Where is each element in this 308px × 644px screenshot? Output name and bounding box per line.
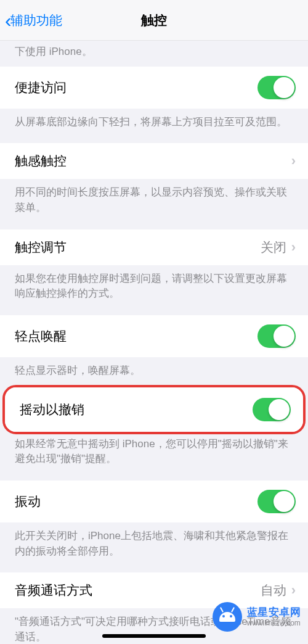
vibration-label: 振动: [15, 493, 41, 510]
watermark-url: www.lmkzw.com: [247, 619, 301, 627]
highlight-annotation: 摇动以撤销: [2, 385, 306, 434]
shake-to-undo-description: 如果经常无意中摇动到 iPhone，您可以停用"摇动以撤销"来避免出现"撤销"提…: [0, 434, 308, 481]
touch-accommodations-description: 如果您在使用触控屏时遇到问题，请调整以下设置更改屏幕响应触控操作的方式。: [0, 265, 308, 315]
haptic-touch-label: 触感触控: [15, 152, 67, 170]
android-icon: [213, 602, 242, 632]
touch-accommodations-label: 触控调节: [15, 239, 67, 256]
reachability-toggle[interactable]: [257, 76, 296, 99]
vibration-description: 此开关关闭时，iPhone上包括地震、海啸和其他紧急警报在内的振动将全部停用。: [0, 522, 308, 572]
touch-accommodations-value: 关闭: [261, 239, 286, 256]
back-button[interactable]: ‹ 辅助功能: [0, 10, 62, 30]
haptic-touch-description: 用不同的时间长度按压屏幕，以显示内容预览、操作或关联菜单。: [0, 179, 308, 229]
tap-to-wake-label: 轻点唤醒: [15, 328, 67, 345]
tap-to-wake-toggle[interactable]: [257, 324, 296, 348]
vibration-cell: 振动: [0, 481, 308, 522]
touch-accommodations-cell[interactable]: 触控调节 关闭 ›: [0, 229, 308, 265]
shake-to-undo-label: 摇动以撤销: [20, 401, 84, 418]
toggle-knob: [274, 326, 294, 347]
content-scroll[interactable]: 下使用 iPhone。 便捷访问 从屏幕底部边缘向下轻扫，将屏幕上方项目拉至可及…: [0, 41, 308, 644]
tap-to-wake-cell: 轻点唤醒: [0, 315, 308, 357]
vibration-toggle[interactable]: [257, 490, 296, 513]
chevron-right-icon: ›: [291, 239, 296, 255]
home-indicator[interactable]: [102, 634, 206, 638]
tap-to-wake-description: 轻点显示器时，唤醒屏幕。: [0, 357, 308, 385]
back-label: 辅助功能: [10, 12, 62, 29]
reachability-label: 便捷访问: [15, 79, 67, 96]
call-audio-routing-label: 音频通话方式: [15, 582, 92, 599]
toggle-knob: [269, 399, 290, 420]
reachability-cell: 便捷访问: [0, 67, 308, 109]
shake-to-undo-toggle[interactable]: [253, 398, 291, 421]
page-title: 触控: [141, 12, 167, 29]
haptic-touch-cell[interactable]: 触感触控 ›: [0, 143, 308, 179]
chevron-right-icon: ›: [291, 153, 296, 169]
watermark: 蓝星安卓网 www.lmkzw.com: [213, 602, 301, 632]
shake-to-undo-cell: 摇动以撤销: [5, 387, 303, 432]
toggle-knob: [274, 77, 294, 98]
navigation-bar: ‹ 辅助功能 触控: [0, 0, 308, 41]
partial-description: 下使用 iPhone。: [0, 41, 308, 67]
reachability-description: 从屏幕底部边缘向下轻扫，将屏幕上方项目拉至可及范围。: [0, 109, 308, 144]
toggle-knob: [274, 491, 294, 512]
chevron-right-icon: ›: [291, 582, 296, 598]
call-audio-routing-value: 自动: [261, 582, 286, 599]
watermark-title: 蓝星安卓网: [247, 606, 301, 619]
